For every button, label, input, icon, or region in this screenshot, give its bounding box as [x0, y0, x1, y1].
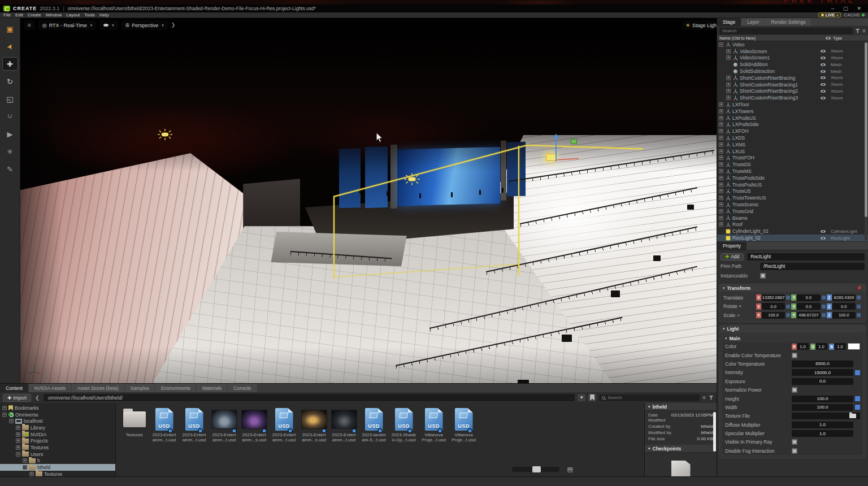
menu-window[interactable]: Window [46, 12, 62, 18]
axis-z-field[interactable]: 0.0 [832, 303, 856, 310]
tab-stage[interactable]: Stage [717, 18, 741, 26]
texture-file-field[interactable] [792, 413, 860, 419]
file-card[interactable]: USD2023-Entertainm...t.usd [149, 406, 179, 442]
visibility-eye-icon[interactable] [821, 63, 826, 66]
light-value-field[interactable]: 1.0 [792, 422, 853, 428]
expand-toggle[interactable]: + [719, 129, 723, 133]
menu-create[interactable]: Create [28, 12, 41, 18]
play-button-button[interactable]: ▶ [3, 128, 18, 140]
stage-tree-row[interactable]: +TrussGrid [717, 208, 868, 215]
value-link-box[interactable] [857, 313, 861, 317]
file-tree-row[interactable]: +Projects [0, 437, 115, 444]
axis-x-field[interactable]: 100.0 [762, 312, 785, 319]
expand-toggle[interactable]: − [16, 452, 20, 457]
stage-tree-row[interactable]: +VideoScreen1Xform [717, 55, 868, 62]
value-link-box[interactable] [786, 296, 790, 300]
stage-tree-row[interactable]: +TrussPodsSide [717, 175, 868, 181]
tab-property[interactable]: Property [717, 242, 747, 250]
info-header[interactable]: ▾ btheld [645, 403, 717, 411]
value-link-box[interactable] [857, 296, 861, 300]
rect-light-gizmo-selected[interactable] [546, 154, 556, 161]
reset-transform-icon[interactable]: ↺ [856, 285, 862, 291]
expand-toggle[interactable]: + [719, 189, 723, 193]
cylinder-light-gizmo[interactable] [402, 172, 422, 186]
checkpoint-download-icon[interactable]: ▼ [578, 394, 585, 401]
stage-tree-row[interactable]: +TrussTowersUS [717, 194, 868, 201]
stage-tree-row[interactable]: +LXPodsSide [717, 122, 868, 128]
expand-toggle[interactable]: + [719, 109, 723, 114]
tab-materials[interactable]: Materials [197, 384, 227, 392]
3d-viewport[interactable]: ≡ ◎ RTX - Real-Time ▾ ▾ ✇ [20, 18, 717, 383]
menu-help[interactable]: Help [99, 12, 108, 18]
axis-x-field[interactable]: 0.0 [762, 303, 785, 310]
file-tree-row[interactable]: −Users [0, 451, 115, 458]
viewport-options-button[interactable]: ≡ [24, 20, 35, 30]
viewport-capture-button[interactable]: ▣ [3, 23, 18, 35]
tab-layer[interactable]: Layer [741, 18, 765, 26]
file-card[interactable]: USD2023-Entertainm...t.usd [179, 406, 209, 442]
tab-render-settings[interactable]: Render Settings [765, 18, 811, 26]
stage-tree-row[interactable]: +SolidAdditionMesh [717, 61, 868, 68]
stage-tree-row[interactable]: +Roof [717, 222, 868, 228]
file-card[interactable]: USD2023-Shaded-Op...t.usd [389, 406, 419, 442]
expand-toggle[interactable]: + [719, 155, 723, 160]
slider-handle[interactable] [532, 466, 541, 472]
file-card[interactable]: USD2023-Entertainm...t.usd [269, 406, 299, 442]
info-scrollbar[interactable] [713, 412, 716, 452]
expand-toggle[interactable]: + [16, 445, 20, 450]
expand-toggle[interactable]: − [719, 42, 723, 47]
list-view-icon[interactable]: ≡ [702, 396, 706, 400]
file-tree-row[interactable]: −Bookmarks [0, 405, 115, 411]
value-link-box[interactable] [857, 305, 861, 309]
stage-filter-icon[interactable] [855, 29, 860, 33]
expand-toggle[interactable]: − [2, 413, 7, 417]
visibility-eye-icon[interactable] [821, 50, 826, 53]
stage-tree-row[interactable]: +SolidSubtractionMesh [717, 68, 868, 75]
tab-environments[interactable]: Environments [155, 384, 196, 392]
close-button[interactable]: ✕ [857, 6, 861, 11]
axis-y-field[interactable]: 0.0 [797, 294, 820, 301]
light-value-field[interactable]: 15000.0 [792, 369, 853, 376]
stage-tree-row[interactable]: +ShortCustomRiserBracingXform [717, 75, 868, 81]
visibility-eye-icon[interactable] [821, 83, 826, 86]
folder-icon[interactable] [849, 414, 856, 418]
toolbar-expand-icon[interactable]: ❯ [171, 22, 176, 28]
file-card[interactable]: 2023-Entertainm...t.usd [329, 406, 359, 442]
prim-name-field[interactable]: RectLight [747, 253, 865, 261]
stage-tree-row[interactable]: +LXFOH [717, 128, 868, 134]
axis-z-field[interactable]: 100.0 [832, 312, 856, 319]
color-swatch[interactable] [848, 343, 860, 350]
gizmo-plane-handle[interactable] [571, 139, 577, 144]
menu-edit[interactable]: Edit [15, 12, 23, 18]
stage-tree-row[interactable]: +ShortCustomRiserBracing3Xform [717, 94, 868, 101]
prim-path-field[interactable]: /RectLight [760, 263, 865, 270]
expand-toggle[interactable]: + [719, 216, 723, 220]
stage-tree-row[interactable]: +TrussUS [717, 188, 868, 195]
expand-toggle[interactable]: + [719, 116, 723, 120]
stage-tree-row[interactable]: +LXTowers [717, 108, 868, 115]
light-tool-button[interactable]: ✳ [3, 145, 18, 158]
minimize-button[interactable]: – [831, 6, 834, 11]
stage-tree-row[interactable]: +LXFloor [717, 101, 868, 108]
file-tree-row[interactable]: +Textures [0, 444, 115, 451]
stage-tree-row[interactable]: +VideoScreenXform [717, 48, 868, 55]
menu-layout[interactable]: Layout [66, 12, 80, 18]
stage-tree-row[interactable]: +TrussMS [717, 168, 868, 175]
select-tool-button[interactable]: ➤ [3, 40, 18, 53]
column-type[interactable]: Type [833, 36, 868, 41]
file-tree-row[interactable]: −btheld [0, 464, 115, 471]
visibility-eye-icon[interactable] [821, 90, 826, 93]
stage-tree-row[interactable]: +ShortCustomRiserBracing2Xform [717, 88, 868, 95]
column-visibility[interactable] [823, 37, 833, 40]
stage-tree-row[interactable]: +LXUS [717, 148, 868, 155]
file-card[interactable]: USDVillanovaProje...t.usd [449, 406, 479, 442]
file-card[interactable]: 2023-Entertainm...s.usd [239, 406, 269, 442]
cylinder-light-gizmo[interactable] [156, 128, 174, 141]
move-tool-button[interactable]: ✚ [3, 58, 18, 70]
file-card[interactable]: USDVillanovaProje...t.usd [419, 406, 449, 442]
light-checkbox[interactable] [792, 353, 797, 358]
tab-asset-stores-beta-[interactable]: Asset Stores (beta) [72, 384, 124, 392]
expand-toggle[interactable]: + [726, 96, 731, 100]
file-tree-row[interactable]: −localhost [0, 418, 115, 424]
bookmark-button[interactable] [588, 394, 596, 401]
